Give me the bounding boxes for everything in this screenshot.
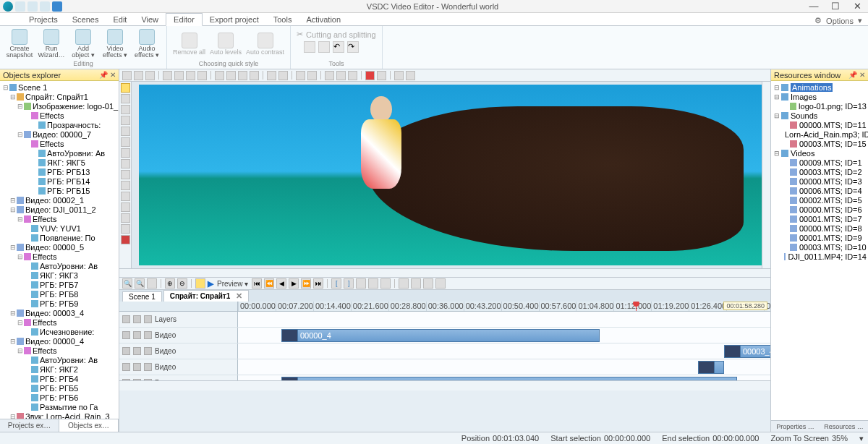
tool-icon[interactable] bbox=[121, 148, 130, 158]
track-icon[interactable] bbox=[435, 278, 446, 289]
resource-node[interactable]: Lorn-Acid_Rain.mp3; ID=2 bbox=[773, 129, 867, 139]
ribbon-remove-all[interactable]: Remove all bbox=[173, 27, 205, 60]
flip-icon[interactable] bbox=[307, 71, 317, 80]
track-icon[interactable] bbox=[423, 278, 433, 289]
tree-node[interactable]: Исчезновение: bbox=[0, 327, 119, 336]
marker-icon[interactable]: ⊖ bbox=[177, 278, 187, 289]
ribbon-run[interactable]: RunWizard… bbox=[38, 27, 65, 60]
tree-node[interactable]: РГБ: РГБ15 bbox=[0, 186, 119, 195]
lock-icon[interactable] bbox=[144, 379, 152, 381]
resources-tab[interactable]: Properties … bbox=[771, 421, 820, 432]
marker-icon[interactable]: ⊕ bbox=[165, 278, 175, 289]
cutting-splitting-label[interactable]: Cutting and splitting bbox=[306, 30, 376, 39]
timeline-track[interactable]: Layers bbox=[119, 312, 770, 328]
align-icon[interactable] bbox=[186, 71, 195, 80]
tree-node[interactable]: ⊟Видео: DJI_0011_2 bbox=[0, 205, 119, 214]
timeline-track[interactable]: Видео bbox=[119, 359, 770, 375]
prev-frame-icon[interactable]: ◀ bbox=[276, 278, 286, 289]
maximize-button[interactable]: ☐ bbox=[825, 1, 846, 12]
tool-redo-icon[interactable]: ↷ bbox=[347, 41, 359, 53]
tool-icon[interactable] bbox=[121, 192, 130, 201]
align-icon[interactable] bbox=[197, 71, 207, 80]
tree-node[interactable]: ⊟Звук: Lorn-Acid_Rain_3 bbox=[0, 411, 119, 419]
visibility-icon[interactable] bbox=[122, 379, 130, 381]
tool-icon[interactable] bbox=[121, 94, 130, 103]
rotate-icon[interactable] bbox=[296, 71, 305, 80]
tree-node[interactable]: Размытие по Га bbox=[0, 402, 119, 411]
misc-icon[interactable] bbox=[325, 71, 334, 80]
tool-icon[interactable] bbox=[318, 41, 330, 53]
ribbon-video[interactable]: Videoeffects ▾ bbox=[101, 27, 129, 60]
tool-icon[interactable] bbox=[121, 213, 130, 223]
menu-tab-projects[interactable]: Projects bbox=[22, 14, 65, 25]
timeline-track[interactable]: Видео00003_4 bbox=[119, 343, 770, 359]
tool-icon[interactable] bbox=[121, 224, 130, 234]
tree-node[interactable]: ⊟Scene 1 bbox=[0, 82, 119, 92]
tool-icon[interactable] bbox=[121, 202, 130, 212]
tree-node[interactable]: РГБ: РГБ7 bbox=[0, 280, 119, 289]
order-icon[interactable] bbox=[226, 71, 236, 80]
settings-icon[interactable] bbox=[377, 71, 386, 80]
track-icon[interactable] bbox=[411, 278, 421, 289]
resource-node[interactable]: logo-01.png; ID=13 bbox=[773, 101, 867, 111]
split-icon[interactable] bbox=[356, 278, 366, 289]
tree-node[interactable]: ⊟Видео: 00000_4 bbox=[0, 336, 119, 346]
play-icon[interactable]: ▶ bbox=[208, 279, 213, 289]
timeline-clip[interactable]: 00003_4 bbox=[724, 345, 770, 358]
timeline-ruler[interactable]: 00:00.00000:07.20000:14.40000:21.60000:2… bbox=[119, 302, 770, 312]
tree-node[interactable]: РГБ: РГБ5 bbox=[0, 383, 119, 393]
qat-save-icon[interactable] bbox=[40, 1, 50, 12]
tree-node[interactable]: Effects bbox=[0, 111, 119, 120]
mark-out-icon[interactable]: ] bbox=[344, 278, 354, 289]
tool-undo-icon[interactable]: ↶ bbox=[333, 41, 344, 53]
resource-node[interactable]: DJI_0011.MP4; ID=14 bbox=[773, 252, 867, 261]
tool-icon[interactable] bbox=[121, 181, 130, 190]
resources-tab[interactable]: Resources … bbox=[820, 421, 868, 432]
tree-node[interactable]: АвтоУровни: Ав bbox=[0, 148, 119, 158]
loop-icon[interactable] bbox=[195, 278, 205, 289]
tool-icon[interactable] bbox=[121, 159, 130, 168]
order-icon[interactable] bbox=[238, 71, 247, 80]
resource-node[interactable]: 00000.MTS; ID=6 bbox=[773, 205, 867, 214]
timeline-track[interactable]: Видео00000_4 bbox=[119, 328, 770, 343]
tree-node[interactable]: ⊟Видео: 00002_1 bbox=[0, 195, 119, 205]
link-icon[interactable] bbox=[368, 278, 378, 289]
skip-end-icon[interactable]: ⏭ bbox=[313, 278, 323, 289]
timeline-scrollbar[interactable] bbox=[119, 381, 770, 390]
audio-icon[interactable] bbox=[133, 331, 141, 339]
timeline-tracks[interactable]: LayersВидео00000_4Видео00003_4ВидеоВидео… bbox=[119, 312, 770, 381]
track-icon[interactable] bbox=[399, 278, 409, 289]
tree-node[interactable]: YUV: YUV1 bbox=[0, 223, 119, 233]
lock-icon[interactable] bbox=[144, 347, 152, 355]
audio-icon[interactable] bbox=[133, 315, 141, 323]
resource-node[interactable]: ⊟Sounds bbox=[773, 111, 867, 120]
tree-node[interactable]: ⊟Видео: 00000_7 bbox=[0, 129, 119, 139]
resource-node[interactable]: 00000.MTS; ID=8 bbox=[773, 223, 867, 233]
ribbon-collapse-icon[interactable]: ▾ bbox=[858, 16, 862, 25]
ribbon-add[interactable]: Addobject ▾ bbox=[69, 27, 97, 60]
resource-node[interactable]: 00000.MTS; ID=3 bbox=[773, 176, 867, 186]
tree-node[interactable]: РГБ: РГБ14 bbox=[0, 176, 119, 186]
qat-play-icon[interactable] bbox=[52, 1, 62, 12]
visibility-icon[interactable] bbox=[122, 347, 130, 355]
forward-icon[interactable]: ⏩ bbox=[301, 278, 311, 289]
resource-node[interactable]: 00002.MTS; ID=5 bbox=[773, 195, 867, 205]
lock-icon[interactable] bbox=[144, 363, 152, 371]
menu-tab-editor[interactable]: Editor bbox=[166, 13, 203, 26]
tree-node[interactable]: ⊟Effects bbox=[0, 252, 119, 261]
preview-dropdown[interactable]: Preview ▾ bbox=[216, 280, 250, 288]
qat-open-icon[interactable] bbox=[27, 1, 38, 12]
resource-node[interactable]: ⊟Videos bbox=[773, 148, 867, 158]
tool-icon[interactable] bbox=[121, 105, 130, 114]
cut-icon[interactable] bbox=[122, 71, 132, 80]
ungroup-icon[interactable] bbox=[278, 71, 288, 80]
mark-in-icon[interactable]: [ bbox=[331, 278, 341, 289]
tree-node[interactable]: РГБ: РГБ13 bbox=[0, 167, 119, 176]
preview-canvas[interactable] bbox=[132, 82, 762, 268]
ribbon-auto-contrast[interactable]: Auto contrast bbox=[246, 27, 284, 60]
misc-icon[interactable] bbox=[336, 71, 346, 80]
zoom-dropdown-icon[interactable]: ▾ bbox=[859, 434, 864, 443]
tree-node[interactable]: РГБ: РГБ9 bbox=[0, 299, 119, 308]
tree-node[interactable]: Прозрачность: bbox=[0, 120, 119, 129]
tool-icon[interactable] bbox=[121, 116, 130, 125]
